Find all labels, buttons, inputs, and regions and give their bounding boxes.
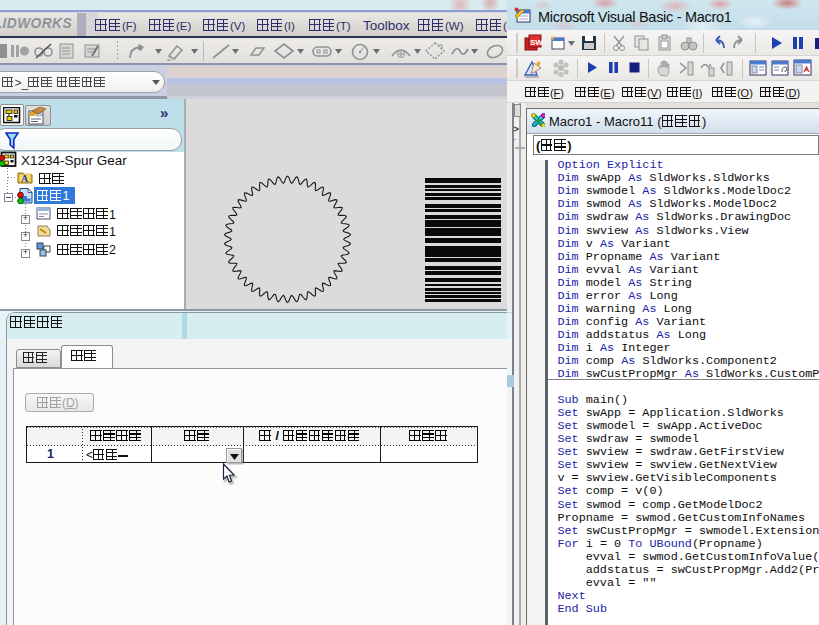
svg-text:SW: SW xyxy=(530,38,543,47)
svg-text:A: A xyxy=(21,173,29,184)
